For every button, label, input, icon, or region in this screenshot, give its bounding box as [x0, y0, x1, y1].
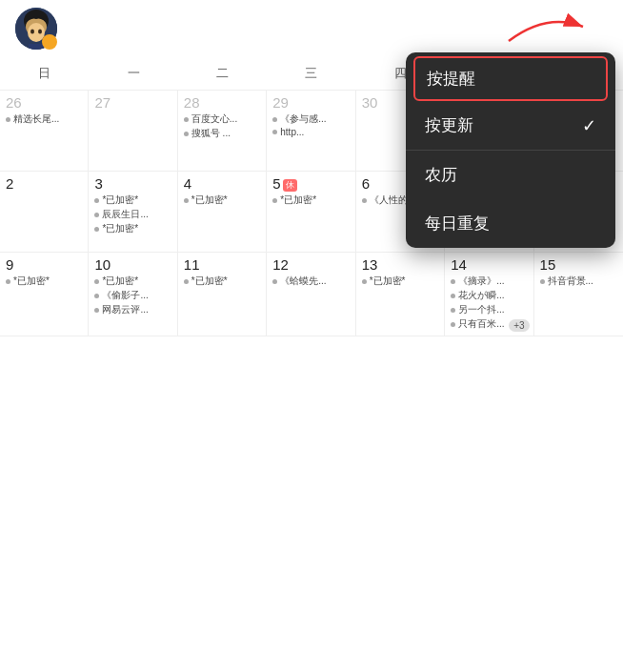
event-item[interactable]: 花火が瞬... — [451, 289, 529, 302]
event-dot-indicator — [94, 294, 99, 298]
more-events-badge[interactable]: +3 — [509, 319, 529, 332]
event-item[interactable]: 《摘录》... — [451, 275, 529, 288]
event-item[interactable]: 另一个抖... — [451, 303, 529, 316]
event-label: 花火が瞬... — [458, 289, 504, 302]
event-label: *已加密* — [280, 193, 316, 207]
event-item[interactable]: 《偷影子... — [94, 289, 172, 302]
calendar-day[interactable]: 15抖音背景... — [534, 253, 623, 336]
event-item[interactable]: *已加密* — [94, 222, 172, 235]
day-number: 4 — [184, 175, 262, 192]
event-item[interactable]: 精选长尾... — [6, 112, 84, 126]
menu-item-label: 农历 — [425, 164, 457, 186]
event-dot-indicator — [272, 279, 277, 284]
event-label: 抖音背景... — [548, 275, 593, 288]
day-number: 13 — [362, 256, 440, 273]
day-number: 3 — [94, 175, 172, 192]
event-item[interactable]: *已加密* — [94, 275, 172, 288]
event-label: *已加密* — [102, 222, 138, 235]
check-icon: ✓ — [582, 115, 596, 136]
event-label: *已加密* — [191, 275, 228, 288]
calendar-day[interactable]: 4*已加密* — [178, 172, 267, 253]
dropdown-menu: 按提醒按更新✓农历每日重复 — [406, 52, 615, 248]
calendar-day[interactable]: 3*已加密*辰辰生日...*已加密* — [89, 172, 177, 253]
event-item[interactable]: *已加密* — [184, 275, 262, 288]
event-dot-indicator — [451, 294, 455, 298]
event-dot-indicator — [184, 198, 189, 203]
calendar-day[interactable]: 9*已加密* — [0, 253, 89, 336]
calendar-header — [0, 0, 623, 57]
event-item[interactable]: 《参与感... — [272, 112, 351, 126]
event-dot-indicator — [272, 117, 277, 122]
weekday-wed: 三 — [267, 61, 355, 86]
event-label: 网易云评... — [102, 303, 148, 316]
avatar-badge — [42, 34, 57, 50]
calendar-day[interactable]: 27 — [89, 91, 177, 172]
menu-item-0[interactable]: 按提醒 — [413, 56, 608, 101]
day-number: 5休 — [272, 175, 351, 192]
event-label: *已加密* — [13, 275, 50, 288]
event-label: 《偷影子... — [102, 289, 148, 302]
day-number: 11 — [184, 256, 262, 273]
weekday-tue: 二 — [178, 61, 267, 86]
calendar-day[interactable]: 13*已加密* — [356, 253, 445, 336]
menu-item-3[interactable]: 每日重复 — [406, 199, 615, 248]
event-label: *已加密* — [102, 275, 138, 288]
event-dot-indicator — [362, 198, 367, 203]
calendar-day[interactable]: 10*已加密*《偷影子...网易云评... — [89, 253, 177, 336]
arrow-annotation — [499, 8, 594, 50]
calendar-title[interactable] — [310, 16, 313, 41]
event-dot-indicator — [451, 279, 455, 284]
event-label: 辰辰生日... — [102, 208, 148, 221]
menu-item-1[interactable]: 按更新✓ — [406, 101, 615, 150]
day-number: 29 — [272, 94, 351, 111]
day-number: 12 — [272, 256, 351, 273]
event-label: *已加密* — [370, 275, 406, 288]
event-item[interactable]: *已加密* — [362, 275, 440, 288]
day-number: 2 — [6, 175, 84, 192]
event-item[interactable]: 辰辰生日... — [94, 208, 172, 221]
menu-item-label: 按提醒 — [427, 68, 475, 90]
event-item[interactable]: *已加密* — [6, 275, 84, 288]
calendar-day[interactable]: 14《摘录》...花火が瞬...另一个抖...只有百米...+3 — [445, 253, 533, 336]
event-label: http... — [280, 127, 304, 137]
event-dot-indicator — [94, 308, 99, 313]
calendar-day[interactable]: 26精选长尾... — [0, 91, 89, 172]
day-number: 27 — [94, 94, 172, 111]
event-label: 另一个抖... — [458, 303, 504, 316]
avatar[interactable] — [15, 8, 57, 50]
calendar-day[interactable]: 2 — [0, 172, 89, 253]
event-item[interactable]: http... — [272, 127, 351, 137]
event-item[interactable]: 百度文心... — [184, 112, 262, 126]
rest-badge: 休 — [283, 179, 297, 192]
day-number: 9 — [6, 256, 84, 273]
event-dot-indicator — [272, 130, 277, 134]
event-item[interactable]: *已加密* — [272, 193, 351, 207]
svg-point-5 — [38, 30, 42, 34]
event-item[interactable]: 《蛤蟆先... — [272, 275, 351, 288]
event-dot-indicator — [6, 117, 10, 122]
calendar-day[interactable]: 12《蛤蟆先... — [267, 253, 355, 336]
calendar-day[interactable]: 29《参与感...http... — [267, 91, 355, 172]
event-label: 百度文心... — [191, 112, 237, 126]
event-label: 搜狐号 ... — [191, 127, 231, 140]
event-dot-indicator — [540, 279, 545, 284]
event-item[interactable]: *已加密* — [184, 193, 262, 207]
event-dot-indicator — [94, 227, 99, 232]
event-dot-indicator — [6, 279, 10, 284]
day-number: 28 — [184, 94, 262, 111]
event-item[interactable]: *已加密* — [94, 193, 172, 207]
menu-item-2[interactable]: 农历 — [406, 151, 615, 199]
event-item[interactable]: 网易云评... — [94, 303, 172, 316]
event-item[interactable]: 抖音背景... — [540, 275, 619, 288]
event-dot-indicator — [451, 308, 455, 313]
calendar-day[interactable]: 28百度文心...搜狐号 ... — [178, 91, 267, 172]
event-label: *已加密* — [102, 193, 138, 207]
event-label: 《参与感... — [280, 112, 326, 126]
calendar-day[interactable]: 11*已加密* — [178, 253, 267, 336]
calendar-day[interactable]: 5休*已加密* — [267, 172, 355, 253]
event-dot-indicator — [362, 279, 367, 284]
event-item[interactable]: 搜狐号 ... — [184, 127, 262, 140]
event-dot-indicator — [184, 132, 189, 136]
event-dot-indicator — [94, 279, 99, 284]
event-dot-indicator — [451, 322, 455, 327]
